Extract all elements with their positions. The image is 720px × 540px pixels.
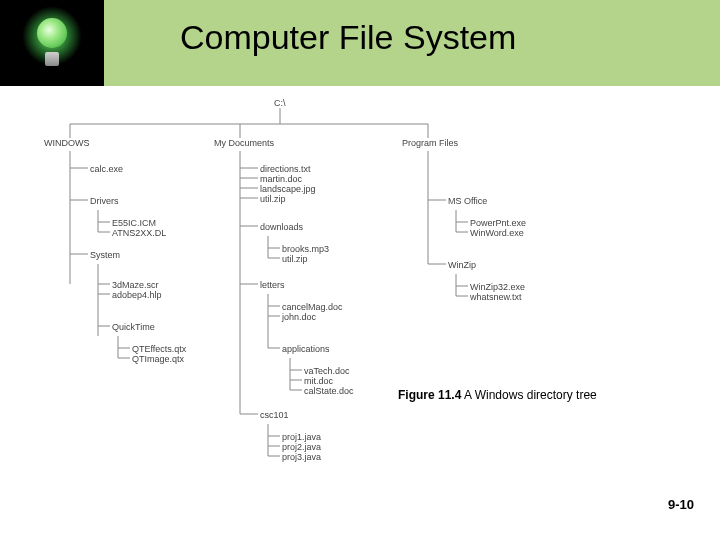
leaf-csc-2: proj3.java [282,452,321,462]
leaf-wz-0: WinZip32.exe [470,282,525,292]
caption-bold: Figure 11.4 [398,388,461,402]
leaf-qt-1: QTImage.qtx [132,354,184,364]
header-band: Computer File System [0,0,720,86]
leaf-mydocs-1: martin.doc [260,174,302,184]
leaf-office-0: PowerPnt.exe [470,218,526,228]
node-downloads: downloads [260,222,303,232]
caption-rest: A Windows directory tree [461,388,596,402]
leaf-qt-0: QTEffects.qtx [132,344,186,354]
leaf-calc: calc.exe [90,164,123,174]
leaf-mydocs-0: directions.txt [260,164,311,174]
node-quicktime: QuickTime [112,322,155,332]
leaf-dl-0: brooks.mp3 [282,244,329,254]
leaf-system-1: adobep4.hlp [112,290,162,300]
node-root: C:\ [274,98,286,108]
leaf-dl-1: util.zip [282,254,308,264]
node-mydocs: My Documents [214,138,274,148]
leaf-wz-1: whatsnew.txt [470,292,522,302]
node-winzip: WinZip [448,260,476,270]
leaf-letter-1: john.doc [282,312,316,322]
node-drivers: Drivers [90,196,119,206]
node-csc101: csc101 [260,410,289,420]
node-programfiles: Program Files [402,138,458,148]
leaf-app-0: vaTech.doc [304,366,350,376]
leaf-csc-1: proj2.java [282,442,321,452]
figure-caption: Figure 11.4 A Windows directory tree [398,388,597,402]
leaf-driver-1: ATNS2XX.DL [112,228,166,238]
node-system: System [90,250,120,260]
leaf-app-1: mit.doc [304,376,333,386]
lightbulb-icon [29,10,75,76]
leaf-office-1: WinWord.exe [470,228,524,238]
page-title: Computer File System [180,18,516,57]
leaf-app-2: calState.doc [304,386,354,396]
directory-tree-diagram: C:\ WINDOWS calc.exe Drivers E55IC.ICM A… [10,96,710,496]
header-accent [0,0,104,86]
node-windows: WINDOWS [44,138,90,148]
node-msoffice: MS Office [448,196,487,206]
leaf-mydocs-2: landscape.jpg [260,184,316,194]
node-letters: letters [260,280,285,290]
leaf-csc-0: proj1.java [282,432,321,442]
leaf-mydocs-3: util.zip [260,194,286,204]
leaf-letter-0: cancelMag.doc [282,302,343,312]
leaf-driver-0: E55IC.ICM [112,218,156,228]
leaf-system-0: 3dMaze.scr [112,280,159,290]
node-applications: applications [282,344,330,354]
page-number: 9-10 [668,497,694,512]
